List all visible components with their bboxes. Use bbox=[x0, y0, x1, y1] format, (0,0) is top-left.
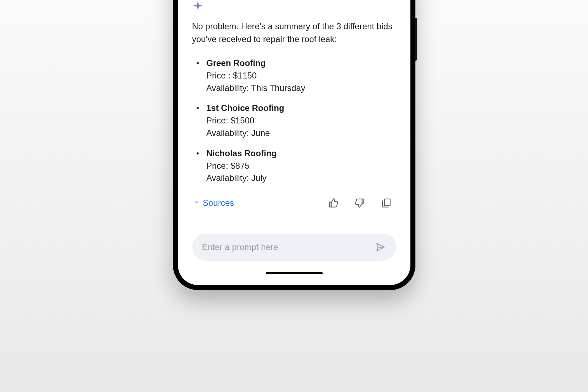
bid-price: Price: $875 bbox=[206, 160, 396, 172]
svg-rect-0 bbox=[384, 199, 390, 206]
copy-button[interactable] bbox=[380, 197, 392, 209]
send-button[interactable] bbox=[375, 241, 386, 253]
thumbs-up-button[interactable] bbox=[328, 197, 339, 209]
thumbs-down-button[interactable] bbox=[354, 197, 365, 209]
sources-label: Sources bbox=[203, 198, 234, 208]
bid-price: Price: $1500 bbox=[206, 114, 396, 127]
home-indicator[interactable] bbox=[266, 272, 323, 274]
bid-name: 1st Choice Roofing bbox=[206, 102, 396, 114]
bid-availability: Availability: This Thursday bbox=[206, 82, 396, 95]
bid-availability: Availability: July bbox=[206, 172, 396, 184]
bid-name: Nicholas Roofing bbox=[206, 147, 396, 160]
phone-frame: No problem. Here's a summary of the 3 di… bbox=[173, 0, 415, 290]
sources-toggle[interactable]: Sources bbox=[194, 198, 234, 208]
response-intro: No problem. Here's a summary of the 3 di… bbox=[192, 20, 396, 46]
app-screen: No problem. Here's a summary of the 3 di… bbox=[178, 0, 410, 285]
actions-row: Sources bbox=[192, 197, 396, 209]
feedback-icons bbox=[328, 197, 392, 209]
bid-name: Green Roofing bbox=[206, 57, 396, 70]
bid-list: Green Roofing Price : $1150 Availability… bbox=[196, 57, 396, 184]
bid-price: Price : $1150 bbox=[206, 70, 396, 82]
prompt-bar bbox=[192, 234, 396, 261]
chevron-down-icon bbox=[194, 199, 199, 207]
list-item: Nicholas Roofing Price: $875 Availabilit… bbox=[196, 147, 396, 184]
prompt-input[interactable] bbox=[202, 242, 375, 252]
bid-availability: Availability: June bbox=[206, 127, 396, 139]
list-item: Green Roofing Price : $1150 Availability… bbox=[196, 57, 396, 94]
sparkle-icon bbox=[192, 0, 204, 11]
list-item: 1st Choice Roofing Price: $1500 Availabi… bbox=[196, 102, 396, 139]
